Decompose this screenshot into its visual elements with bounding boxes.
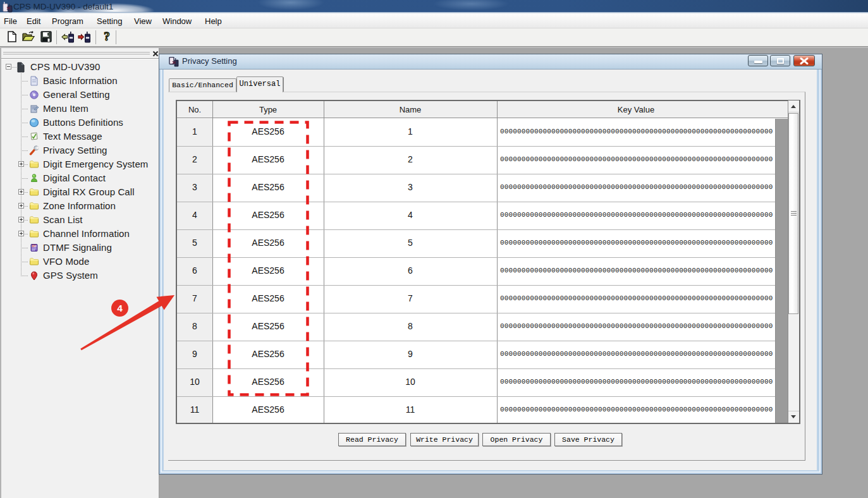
svg-text:?: ? — [104, 30, 110, 43]
svg-text:DT: DT — [32, 245, 36, 248]
